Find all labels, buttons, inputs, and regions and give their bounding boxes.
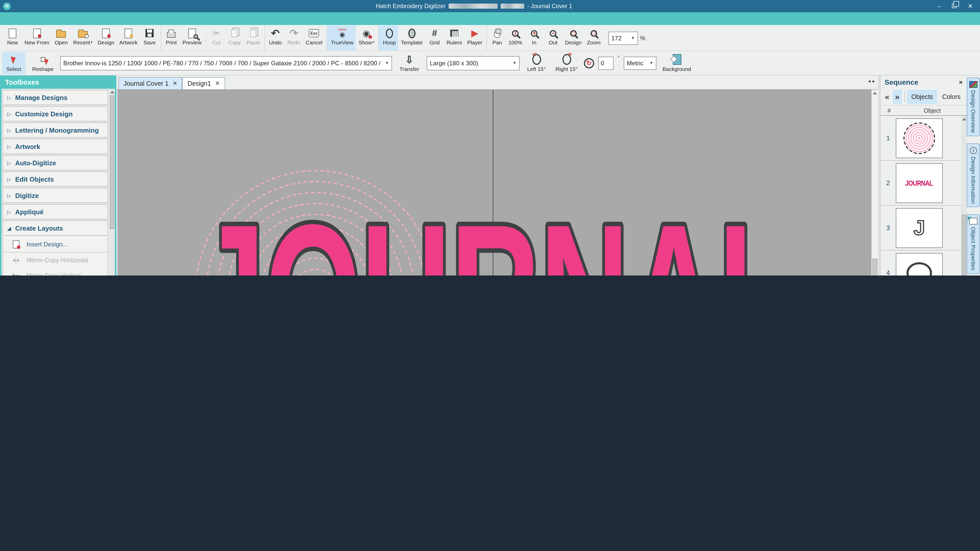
chevron-down-icon: ▼ <box>631 36 635 40</box>
zoom-level-combo[interactable]: 172 ▼ <box>608 32 638 44</box>
sequence-scrollbar[interactable] <box>961 116 967 275</box>
scroll-up-icon[interactable] <box>873 92 877 94</box>
tab-scroll-arrows[interactable]: ◂▸ <box>868 79 877 84</box>
tab-colors[interactable]: Colors <box>938 89 965 104</box>
toolbar-button[interactable]: Design <box>95 25 117 51</box>
rotate-left-icon <box>530 53 542 65</box>
recent-files-icon <box>77 27 89 39</box>
toolboxes-panel: Toolboxes ▷ Manage Designs ▷ Customize D… <box>0 76 116 275</box>
toolbar-button[interactable]: ✂ Cut <box>206 25 225 51</box>
toolbar-button[interactable]: New <box>3 25 22 51</box>
document-tab[interactable]: Design1 ✕ <box>183 77 225 89</box>
main-toolbar: New New From Open Recent▾ Design Artwork… <box>0 25 980 51</box>
toolbox-section[interactable]: ▷ Digitize <box>3 188 108 203</box>
design-canvas[interactable]: JOURNAL 2021 <box>118 90 871 275</box>
toolbar-button[interactable]: # Grid <box>425 25 444 51</box>
select-button[interactable]: Select <box>2 52 25 74</box>
toolbar-button[interactable]: Paste <box>244 25 263 51</box>
print-icon <box>165 27 177 39</box>
sequence-row[interactable]: 3 J <box>880 206 961 251</box>
side-tab[interactable]: i Design Information <box>967 143 980 207</box>
toolbar-button[interactable]: Zoom <box>584 25 603 51</box>
toolbar-button[interactable]: Print <box>161 25 180 51</box>
toolbar-button[interactable]: Open <box>52 25 71 51</box>
toolbar-button[interactable]: ◉ TrueView <box>326 25 356 51</box>
toolbar-button[interactable]: New From <box>22 25 52 51</box>
transfer-button[interactable]: ⇩ Transfer <box>396 52 423 74</box>
color-forward-button[interactable]: » <box>893 89 902 104</box>
toolbar-button[interactable]: Artwork <box>117 25 140 51</box>
units-select[interactable]: Metric ▼ <box>624 56 656 70</box>
tab-objects[interactable]: Objects <box>907 89 937 104</box>
toolbar-button[interactable]: Design <box>563 25 584 51</box>
toolbox-section[interactable]: ▷ Manage Designs <box>3 90 108 105</box>
sequence-row[interactable]: 4 <box>880 251 961 275</box>
side-tab[interactable]: Design Overview <box>967 78 980 136</box>
new-document-icon <box>6 27 19 39</box>
panel-splitter[interactable] <box>878 76 880 275</box>
embroidery-design: JOURNAL 2021 <box>118 90 871 275</box>
close-button[interactable]: ✕ <box>968 3 973 9</box>
toolbar-button[interactable]: ↶ Undo <box>264 25 284 51</box>
toolbox-section[interactable]: ▷ Appliqué <box>3 204 108 219</box>
toolbox-section[interactable]: ▷ Lettering / Monogramming <box>3 122 108 138</box>
sequence-row[interactable]: 1 <box>880 116 961 161</box>
toolbox-item[interactable]: ▴▾ Mirror-Copy Vertical <box>3 268 108 275</box>
restore-button[interactable] <box>952 3 956 9</box>
hoop-select[interactable]: Large (180 x 300) ▼ <box>427 56 520 70</box>
chevron-down-icon: ▾ <box>372 40 374 44</box>
toolbox-section[interactable]: ▷ Edit Objects <box>3 171 108 187</box>
save-icon <box>143 27 156 39</box>
design-year-2021[interactable]: 2021 <box>272 268 360 275</box>
toolbar-button[interactable]: Rulers <box>444 25 465 51</box>
toolbar-button[interactable]: ▶ Player <box>465 25 485 51</box>
minimize-button[interactable]: – <box>937 3 941 9</box>
canvas-vertical-scrollbar[interactable] <box>871 90 878 275</box>
panel-expand-icon[interactable]: » <box>959 78 963 86</box>
toolbar-button[interactable]: Recent▾ <box>71 25 95 51</box>
stitch-player-icon: ▶ <box>469 27 481 39</box>
color-back-button[interactable]: « <box>883 89 892 104</box>
toolbar-button[interactable]: Esc Cancel <box>303 25 325 51</box>
toolbar-button[interactable]: Preview <box>180 25 204 51</box>
side-tab[interactable]: Object Properties <box>967 214 980 274</box>
ellipse-icon <box>896 253 943 275</box>
toolbox-section[interactable]: ▷ Artwork <box>3 139 108 154</box>
toolbar-button[interactable]: ◉ Show▾ <box>356 25 377 51</box>
sequence-row[interactable]: 2 JOURNAL <box>880 161 961 206</box>
toolbox-section[interactable]: ▷ Auto-Digitize <box>3 155 108 170</box>
toolbox-section[interactable]: ◢ Create Layouts <box>3 221 108 236</box>
toolbar-button[interactable]: ↷ Redo <box>284 25 303 51</box>
toolbar-button[interactable]: Hoop <box>378 25 398 51</box>
insert-design-item-icon <box>10 239 21 250</box>
rotate-by-angle-icon[interactable]: ↻ <box>584 58 594 68</box>
design-word-journal[interactable]: JOURNAL <box>196 183 794 275</box>
toolbar-button[interactable]: Save <box>140 25 159 51</box>
toolbox-item[interactable]: Insert Design... <box>3 237 108 252</box>
close-icon[interactable]: ✕ <box>215 80 220 87</box>
document-tab-bar: Journal Cover 1 ✕ Design1 ✕ ◂▸ <box>116 76 878 89</box>
toolbar-button[interactable]: 1 100% <box>506 25 525 51</box>
toolbar-button[interactable]: − Out <box>544 25 563 51</box>
background-button[interactable]: Background <box>660 52 693 74</box>
reshape-button[interactable]: Reshape <box>30 52 56 74</box>
close-icon[interactable]: ✕ <box>173 80 177 87</box>
toolbar-button[interactable]: + In <box>525 25 544 51</box>
rotate-angle-input[interactable]: 0 <box>598 56 614 70</box>
document-tab[interactable]: Journal Cover 1 ✕ <box>118 77 183 89</box>
toolbar-button[interactable]: Pan <box>487 25 506 51</box>
rotate-left-15-button[interactable]: Left 15° <box>524 52 549 74</box>
toolboxes-scrollbar[interactable] <box>109 89 115 275</box>
zoom-in-icon: + <box>528 27 540 39</box>
machine-select[interactable]: Brother Innov-is 1250 / 1200/ 1000 / PE-… <box>60 56 392 70</box>
toolbox-item[interactable]: ◂│▸ Mirror-Copy Horizontal <box>3 252 108 268</box>
rotate-right-15-button[interactable]: Right 15° <box>553 52 580 74</box>
degree-label: ° <box>617 55 620 61</box>
scroll-up-icon[interactable] <box>962 118 966 121</box>
scroll-up-icon[interactable] <box>110 91 114 94</box>
toolbar-button[interactable]: Copy <box>225 25 244 51</box>
toolbar-button[interactable]: Template <box>398 25 425 51</box>
app-window: H Hatch Embroidery Digitizer - Journal C… <box>0 0 980 275</box>
column-header-object: Object <box>898 107 967 114</box>
toolbox-section[interactable]: ▷ Customize Design <box>3 106 108 121</box>
